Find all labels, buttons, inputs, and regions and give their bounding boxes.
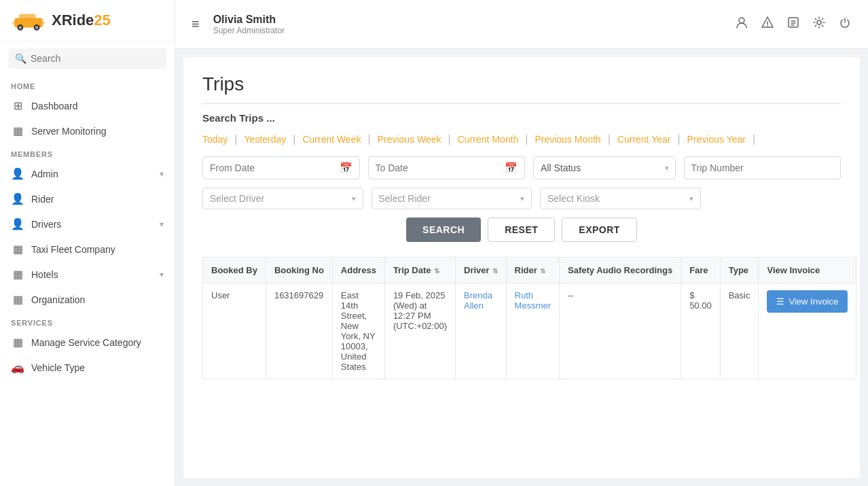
search-section-title: Search Trips ...	[202, 112, 841, 124]
search-input[interactable]	[31, 53, 160, 64]
filter-link-previous-week[interactable]: Previous Week	[371, 134, 448, 145]
driver-link[interactable]: Brenda Allen	[464, 290, 492, 311]
taxi-fleet-icon: ▦	[11, 243, 24, 256]
filter-link-current-month[interactable]: Current Month	[451, 134, 525, 145]
hamburger-menu-icon[interactable]: ≡	[192, 16, 200, 32]
filters-row-2: Select Driver ▾ Select Rider ▾ Select Ki…	[202, 188, 841, 209]
checklist-icon[interactable]	[786, 16, 800, 33]
sidebar-item-server-monitoring[interactable]: ▦ Server Monitoring	[0, 118, 175, 143]
sidebar-section-members: MEMBERS	[0, 143, 175, 161]
header-user-info: Olivia Smith Super Administrator	[213, 14, 735, 35]
main-area: ≡ Olivia Smith Super Administrator Trip	[175, 0, 868, 486]
cell-booking-no: 1631697629	[266, 283, 332, 379]
date-filter-links: Today | Yesterday | Current Week | Previ…	[202, 133, 841, 145]
trips-table: Booked By Booking No Address Trip Date⇅ …	[202, 257, 856, 379]
main-content: Trips Search Trips ... Today | Yesterday…	[183, 57, 860, 478]
cell-type: Basic	[720, 283, 759, 379]
cell-trip-date: 19 Feb, 2025 (Wed) at 12:27 PM (UTC:+02:…	[384, 283, 455, 379]
power-icon[interactable]	[838, 16, 852, 33]
to-date-calendar-icon: 📅	[505, 162, 518, 174]
cell-address: East 14th Street, New York, NY 10003, Un…	[332, 283, 384, 379]
col-booking-no: Booking No	[266, 258, 332, 283]
header-action-icons	[735, 16, 852, 33]
action-buttons: SEARCH RESET EXPORT	[202, 218, 841, 242]
svg-rect-1	[19, 14, 35, 22]
filter-link-current-year[interactable]: Current Year	[611, 134, 678, 145]
sidebar-section-home: HOME	[0, 75, 175, 93]
cell-fare: $ 50.00	[681, 283, 721, 379]
filter-link-today[interactable]: Today	[202, 134, 234, 145]
filter-link-current-week[interactable]: Current Week	[295, 134, 367, 145]
sidebar-item-hotels[interactable]: ▦ Hotels ▾	[0, 262, 175, 287]
sidebar-item-organization[interactable]: ▦ Organization	[0, 287, 175, 312]
col-booked-by: Booked By	[203, 258, 266, 283]
cell-safety-audio: --	[560, 283, 681, 379]
service-category-icon: ▦	[11, 336, 24, 349]
svg-point-4	[19, 26, 22, 29]
settings-icon[interactable]	[812, 16, 826, 33]
vehicle-type-icon: 🚗	[11, 361, 24, 374]
sidebar-item-rider[interactable]: 👤 Rider	[0, 186, 175, 211]
to-date-field[interactable]: 📅	[368, 156, 526, 179]
select-driver-dropdown[interactable]: Select Driver ▾	[202, 188, 363, 209]
trip-date-sort-icon: ⇅	[434, 267, 439, 275]
cell-driver: Brenda Allen	[456, 283, 507, 379]
col-view-invoice: View Invoice	[759, 258, 856, 283]
header: ≡ Olivia Smith Super Administrator	[175, 0, 868, 49]
sidebar-search-bar[interactable]: 🔍	[8, 48, 166, 69]
sidebar-item-admin[interactable]: 👤 Admin ▾	[0, 161, 175, 186]
col-trip-date: Trip Date⇅	[384, 258, 455, 283]
svg-rect-11	[789, 18, 798, 27]
col-address: Address	[332, 258, 384, 283]
rider-chevron-icon: ▾	[520, 194, 524, 203]
filter-link-yesterday[interactable]: Yesterday	[238, 134, 293, 145]
sidebar-item-dashboard[interactable]: ⊞ Dashboard	[0, 93, 175, 118]
col-rider: Rider⇅	[506, 258, 559, 283]
sidebar-item-manage-service-category[interactable]: ▦ Manage Service Category	[0, 330, 175, 355]
alert-icon[interactable]	[761, 16, 774, 33]
sidebar: XRide25 🔍 HOME ⊞ Dashboard ▦ Server Moni…	[0, 0, 175, 486]
status-select[interactable]: All Status	[533, 156, 676, 179]
from-date-calendar-icon: 📅	[340, 162, 352, 174]
cell-rider: Ruth Messmer	[506, 283, 559, 379]
server-monitoring-icon: ▦	[11, 124, 24, 137]
filters-row-1: 📅 📅 All Status ▾	[202, 156, 841, 179]
svg-rect-6	[12, 22, 17, 24]
select-rider-dropdown[interactable]: Select Rider ▾	[372, 188, 532, 209]
chevron-down-icon: ▾	[160, 270, 164, 279]
chevron-down-icon: ▾	[160, 169, 164, 179]
cell-view-invoice: ☰ View Invoice	[759, 283, 856, 379]
driver-sort-icon: ⇅	[492, 267, 498, 275]
col-driver: Driver⇅	[456, 258, 507, 283]
sidebar-item-vehicle-type[interactable]: 🚗 Vehicle Type	[0, 355, 175, 380]
rider-icon: 👤	[11, 192, 24, 205]
table-row: User 1631697629 East 14th Street, New Yo…	[203, 283, 856, 379]
header-user-name: Olivia Smith	[213, 14, 735, 26]
search-button[interactable]: SEARCH	[406, 218, 481, 242]
rider-link[interactable]: Ruth Messmer	[515, 290, 551, 311]
table-header-row: Booked By Booking No Address Trip Date⇅ …	[203, 258, 856, 283]
invoice-list-icon: ☰	[776, 296, 784, 307]
trip-number-input[interactable]	[684, 156, 842, 179]
sidebar-logo: XRide25	[0, 0, 175, 41]
reset-button[interactable]: RESET	[488, 218, 555, 242]
export-button[interactable]: EXPORT	[562, 218, 637, 242]
search-icon: 🔍	[15, 53, 26, 64]
select-kiosk-dropdown[interactable]: Select Kiosk ▾	[540, 188, 701, 209]
filter-link-previous-month[interactable]: Previous Month	[528, 134, 607, 145]
dashboard-icon: ⊞	[11, 99, 24, 112]
sidebar-item-drivers[interactable]: 👤 Drivers ▾	[0, 211, 175, 237]
user-profile-icon[interactable]	[735, 16, 748, 33]
kiosk-chevron-icon: ▾	[689, 194, 693, 203]
from-date-input[interactable]	[210, 162, 336, 173]
view-invoice-button[interactable]: ☰ View Invoice	[767, 290, 848, 313]
drivers-icon: 👤	[11, 218, 24, 230]
page-title: Trips	[202, 73, 841, 104]
to-date-input[interactable]	[376, 162, 501, 173]
logo-car-icon	[11, 10, 46, 31]
filter-link-previous-year[interactable]: Previous Year	[681, 134, 753, 145]
sidebar-item-taxi-fleet[interactable]: ▦ Taxi Fleet Company	[0, 237, 175, 262]
svg-rect-7	[40, 22, 45, 24]
logo-text: XRide25	[52, 12, 111, 29]
from-date-field[interactable]: 📅	[202, 156, 360, 179]
